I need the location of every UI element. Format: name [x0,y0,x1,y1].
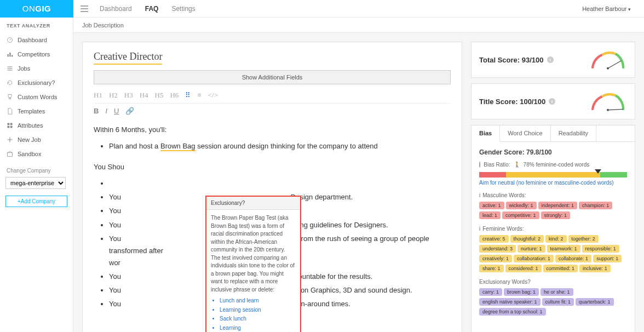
word-pill[interactable]: teamwork: 1 [547,245,580,253]
word-pill[interactable]: together: 2 [568,235,599,243]
word-pill[interactable]: thoughtful: 2 [510,235,544,243]
numbered-list-icon[interactable]: ≡ [197,91,201,100]
word-pill[interactable]: inclusive: 1 [579,265,611,272]
heading-toolbar: H1 H2 H3 H4 H5 H6 ⠿ ≡ </> [94,91,451,104]
h6-button[interactable]: H6 [170,91,179,100]
section-head: Within 6 Months, you'll: [94,124,451,136]
box-icon [7,151,13,157]
word-pill[interactable]: active: 1 [479,202,504,209]
sidebar-item-competitors[interactable]: Competitors [0,47,73,61]
sidebar-item-dashboard[interactable]: Dashboard [0,33,73,47]
word-pill[interactable]: share: 1 [479,265,504,272]
info-icon[interactable]: i [549,98,555,105]
word-pill[interactable]: culture fit: 1 [542,298,574,306]
word-pill[interactable]: creatively: 1 [479,255,512,262]
sidebar-header: TEXT ANALYZER [0,18,73,33]
word-pill[interactable]: he or she: 1 [540,288,573,296]
brand-logo: ONGIG [0,0,73,18]
h1-button[interactable]: H1 [94,91,102,100]
nav-faq[interactable]: FAQ [145,5,159,13]
tab-readability[interactable]: Readability [551,125,596,141]
suggestion-link[interactable]: Learning [220,324,296,333]
brand-second: GIG [35,4,51,13]
tab-bias[interactable]: Bias [472,125,500,142]
total-score-card: Total Score: 93/100 i [471,42,635,78]
sidebar-item-label: New Job [18,136,41,143]
feminine-words-section: iFeminine Words: creative: 5thoughtful: … [479,226,627,273]
sidebar-item-label: Jobs [18,65,30,72]
sidebar-item-templates[interactable]: Templates [0,104,73,118]
word-pill[interactable]: considered: 1 [505,265,542,272]
person-icon: 🚶 [514,162,520,168]
topbar: ONGIG Dashboard FAQ Settings Heather Bar… [0,0,644,18]
word-pill[interactable]: brown bag: 1 [504,288,539,296]
word-pill[interactable]: committed: 1 [543,265,578,272]
job-title[interactable]: Creative Director [94,51,162,65]
word-pill[interactable]: nurture: 1 [518,245,545,253]
word-pill[interactable]: support: 1 [593,255,622,262]
word-pill[interactable]: lead: 1 [479,211,501,219]
h5-button[interactable]: H5 [155,91,164,100]
word-pill[interactable]: collaborate: 1 [555,255,591,262]
word-pill[interactable]: degree from a top school: 1 [479,308,546,316]
underline-button[interactable]: U [114,107,119,115]
sidebar-item-jobs[interactable]: Jobs [0,61,73,76]
info-icon[interactable]: i [479,226,480,232]
info-icon[interactable]: i [479,192,480,198]
suggestion-link[interactable]: Lunch and learn [220,297,296,305]
tab-word-choice[interactable]: Word Choice [500,125,550,141]
svg-rect-4 [8,123,10,125]
gauge-icon [7,37,13,43]
refresh-icon [7,79,13,86]
flagged-phrase-brown-bag[interactable]: Brown Bag [160,142,196,151]
top-nav: Dashboard FAQ Settings [95,5,196,13]
word-pill[interactable]: understand: 3 [479,245,516,253]
word-pill[interactable]: responsible: 1 [582,245,619,253]
bold-button[interactable]: B [94,107,99,115]
total-score-gauge [589,49,627,71]
company-select[interactable]: mega-enterprises [5,177,66,189]
sidebar-item-exclusionary[interactable]: Exclusionary? [0,76,73,90]
h4-button[interactable]: H4 [140,91,148,100]
info-icon[interactable]: i [547,56,554,63]
word-pill[interactable]: independent: 1 [538,202,578,209]
word-pill[interactable]: wickedly: 1 [506,202,537,209]
svg-rect-3 [12,55,13,57]
total-score-label: Total Score: 93/100 [479,56,544,64]
word-pill[interactable]: english native speaker: 1 [479,298,540,306]
sidebar-item-label: Competitors [18,51,50,58]
code-icon[interactable]: </> [208,91,218,100]
word-pill[interactable]: collaboration: 1 [514,255,554,262]
sidebar: TEXT ANALYZER Dashboard Competitors Jobs… [0,18,73,332]
word-pill[interactable]: carry: 1 [479,288,502,296]
word-pill[interactable]: quarterback: 1 [576,298,614,306]
suggestion-link[interactable]: Sack lunch [220,315,296,323]
info-icon[interactable]: i [479,162,480,168]
link-icon[interactable]: 🔗 [125,107,134,115]
sidebar-item-label: Dashboard [18,37,47,43]
word-pill[interactable]: champion: 1 [579,202,612,209]
h3-button[interactable]: H3 [124,91,133,100]
bias-ratio-bar [479,172,627,178]
show-additional-fields-button[interactable]: Show Additional Fields [94,70,451,84]
bias-hint[interactable]: Aim for neutral (no feminine or masculin… [479,180,627,186]
add-company-button[interactable]: +Add Company [5,196,67,207]
sidebar-item-label: Attributes [18,122,43,129]
bullet-list-icon[interactable]: ⠿ [185,91,191,100]
sidebar-item-sandbox[interactable]: Sandbox [0,147,73,161]
sidebar-item-custom-words[interactable]: Custom Words [0,90,73,104]
word-pill[interactable]: creative: 5 [479,235,509,243]
word-pill[interactable]: kind: 2 [545,235,567,243]
word-pill[interactable]: competitive: 1 [502,211,539,219]
sidebar-item-new-job[interactable]: New Job [0,133,73,147]
nav-dashboard[interactable]: Dashboard [100,5,132,13]
gender-score-heading: Gender Score: 79.8/100 [479,148,627,156]
word-pill[interactable]: strongly: 1 [541,211,571,219]
italic-button[interactable]: I [105,107,107,115]
user-menu[interactable]: Heather Barbour [582,5,644,12]
suggestion-link[interactable]: Learning session [220,306,296,314]
menu-toggle-icon[interactable] [73,4,95,13]
nav-settings[interactable]: Settings [171,5,195,13]
h2-button[interactable]: H2 [109,91,118,100]
sidebar-item-attributes[interactable]: Attributes [0,118,73,133]
